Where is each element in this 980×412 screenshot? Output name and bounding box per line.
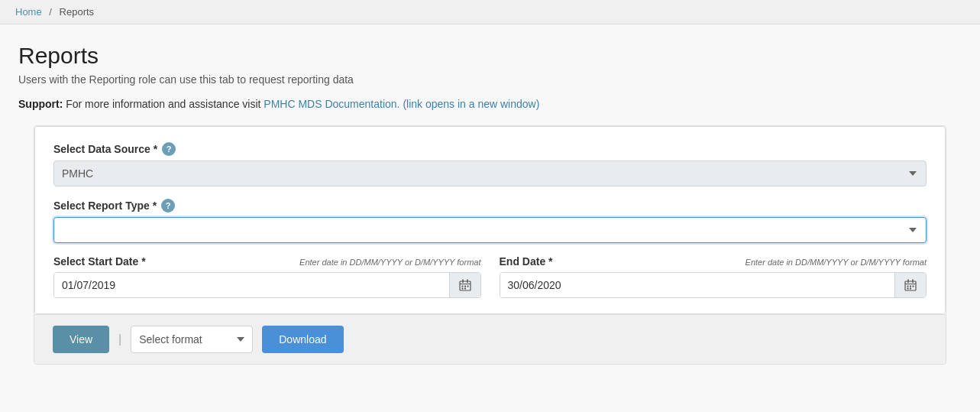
breadcrumb: Home / Reports <box>0 0 980 24</box>
end-date-input[interactable] <box>500 273 895 297</box>
main-content: Reports Users with the Reporting role ca… <box>0 24 980 365</box>
calendar-icon <box>904 279 917 291</box>
svg-rect-16 <box>907 288 909 290</box>
svg-rect-8 <box>464 288 466 290</box>
end-date-input-wrap <box>500 272 927 298</box>
dates-row: Select Start Date * Enter date in DD/MM/… <box>53 255 927 298</box>
svg-rect-5 <box>464 286 466 287</box>
data-source-label: Select Data Source * ? <box>53 142 927 156</box>
data-source-group: Select Data Source * ? PMHC <box>53 142 927 187</box>
svg-rect-4 <box>461 286 463 287</box>
end-date-label-row: End Date * Enter date in DD/MM/YYYY or D… <box>500 255 927 268</box>
breadcrumb-home-link[interactable]: Home <box>15 6 42 18</box>
end-date-calendar-button[interactable] <box>894 273 926 297</box>
support-text: For more information and assistance visi… <box>66 98 264 110</box>
report-type-group: Select Report Type * ? <box>53 199 927 243</box>
start-date-label: Select Start Date * <box>53 255 146 268</box>
support-link[interactable]: PMHC MDS Documentation. (link opens in a… <box>264 98 539 110</box>
support-label: Support: <box>18 98 63 110</box>
svg-rect-14 <box>910 286 911 287</box>
toolbar-separator: | <box>118 333 121 346</box>
start-date-calendar-button[interactable] <box>449 273 480 297</box>
form-card-wrapper: Select Data Source * ? PMHC Select Repor… <box>34 125 946 365</box>
form-card: Select Data Source * ? PMHC Select Repor… <box>34 126 946 314</box>
report-type-select[interactable] <box>53 217 927 243</box>
calendar-icon <box>459 279 471 291</box>
page-title: Reports <box>18 43 962 69</box>
download-button[interactable]: Download <box>262 326 343 353</box>
page-subtitle: Users with the Reporting role can use th… <box>18 73 962 86</box>
start-date-hint: Enter date in DD/MM/YYYY or D/M/YYYY for… <box>299 258 480 267</box>
start-date-label-row: Select Start Date * Enter date in DD/MM/… <box>53 255 481 268</box>
svg-rect-6 <box>467 286 468 287</box>
start-date-group: Select Start Date * Enter date in DD/MM/… <box>53 255 481 298</box>
svg-rect-13 <box>907 286 909 287</box>
start-date-input-wrap <box>53 272 481 298</box>
end-date-group: End Date * Enter date in DD/MM/YYYY or D… <box>500 255 927 298</box>
support-info: Support: For more information and assist… <box>18 98 962 110</box>
start-date-input[interactable] <box>54 273 449 297</box>
end-date-label: End Date * <box>500 255 553 268</box>
report-type-help-icon[interactable]: ? <box>161 199 175 212</box>
end-date-hint: Enter date in DD/MM/YYYY or D/M/YYYY for… <box>746 258 927 267</box>
svg-rect-7 <box>461 288 463 290</box>
data-source-help-icon[interactable]: ? <box>162 142 176 156</box>
breadcrumb-current: Reports <box>60 6 95 18</box>
svg-rect-17 <box>910 288 911 290</box>
format-select[interactable]: Select format CSV Excel PDF <box>131 326 253 353</box>
breadcrumb-separator: / <box>49 6 52 18</box>
bottom-toolbar: View | Select format CSV Excel PDF Downl… <box>34 314 946 364</box>
report-type-label: Select Report Type * ? <box>53 199 927 212</box>
data-source-select[interactable]: PMHC <box>53 161 927 187</box>
svg-rect-15 <box>913 286 914 287</box>
view-button[interactable]: View <box>53 326 109 353</box>
